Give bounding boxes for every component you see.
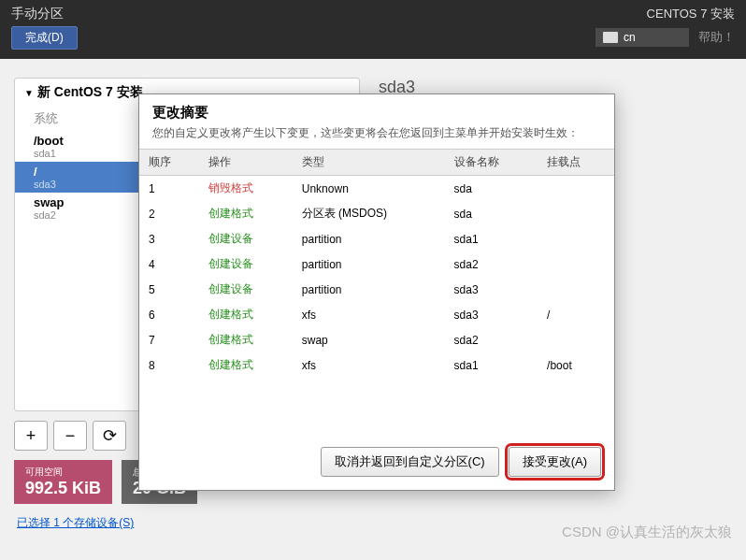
table-row[interactable]: 4创建设备partitionsda2: [139, 251, 614, 277]
col-device[interactable]: 设备名称: [445, 150, 538, 176]
table-row[interactable]: 6创建格式xfssda3/: [139, 302, 614, 327]
watermark: CSDN @认真生活的灰太狼: [562, 524, 732, 541]
dialog-title: 更改摘要: [139, 94, 614, 125]
help-link[interactable]: 帮助！: [698, 29, 735, 46]
accept-button[interactable]: 接受更改(A): [509, 447, 601, 477]
col-op[interactable]: 操作: [199, 150, 292, 176]
table-row[interactable]: 2创建格式分区表 (MSDOS)sda: [139, 201, 614, 226]
col-order[interactable]: 顺序: [139, 150, 199, 176]
install-title: 新 CentOS 7 安装: [37, 84, 143, 101]
table-row[interactable]: 3创建设备partitionsda1: [139, 226, 614, 251]
cancel-button[interactable]: 取消并返回到自定义分区(C): [321, 447, 499, 477]
avail-value: 992.5 KiB: [25, 479, 101, 498]
keyboard-icon: [603, 32, 618, 43]
header-left: 手动分区 完成(D): [0, 0, 89, 59]
dialog-description: 您的自定义更改将产生以下变更，这些变更将会在您返回到主菜单并开始安装时生效：: [139, 125, 614, 149]
remove-button[interactable]: −: [53, 421, 87, 451]
col-mount[interactable]: 挂载点: [538, 150, 614, 176]
storage-devices-link[interactable]: 已选择 1 个存储设备(S): [17, 516, 134, 529]
header-right: CENTOS 7 安装 cn 帮助！: [584, 0, 746, 59]
product-title: CENTOS 7 安装: [647, 6, 735, 22]
header: 手动分区 完成(D) CENTOS 7 安装 cn 帮助！: [0, 0, 746, 59]
avail-label: 可用空间: [25, 466, 101, 479]
lang-label: cn: [624, 31, 636, 44]
keyboard-layout[interactable]: cn: [595, 28, 689, 47]
chevron-down-icon: ▼: [24, 88, 34, 98]
table-row[interactable]: 8创建格式xfssda1/boot: [139, 352, 614, 378]
available-space: 可用空间 992.5 KiB: [14, 460, 112, 504]
add-button[interactable]: +: [14, 421, 48, 451]
col-type[interactable]: 类型: [293, 150, 445, 176]
changes-table: 顺序 操作 类型 设备名称 挂载点 1销毁格式Unknownsda2创建格式分区…: [139, 149, 614, 378]
dialog-buttons: 取消并返回到自定义分区(C) 接受更改(A): [139, 434, 614, 490]
summary-dialog: 更改摘要 您的自定义更改将产生以下变更，这些变更将会在您返回到主菜单并开始安装时…: [138, 93, 615, 491]
table-row[interactable]: 5创建设备partitionsda3: [139, 277, 614, 302]
table-row[interactable]: 1销毁格式Unknownsda: [139, 176, 614, 202]
table-row[interactable]: 7创建格式swapsda2: [139, 327, 614, 352]
done-button[interactable]: 完成(D): [11, 26, 78, 50]
refresh-button[interactable]: ⟳: [93, 421, 126, 451]
page-title: 手动分区: [11, 6, 78, 22]
